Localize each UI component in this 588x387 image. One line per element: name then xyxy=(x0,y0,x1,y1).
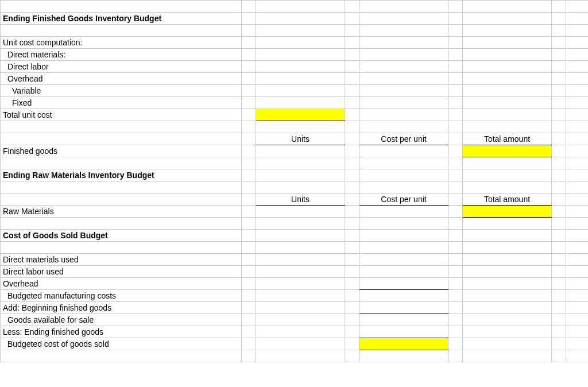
label-fixed: Fixed xyxy=(1,97,242,109)
row-variable: Variable xyxy=(1,85,589,97)
row-fg-headers: Units Cost per unit Total amount xyxy=(1,133,589,145)
label-ending-rm-budget: Ending Raw Materials Inventory Budget xyxy=(1,169,242,181)
header-cost-per-unit: Cost per unit xyxy=(359,133,448,145)
label-raw-materials: Raw Materials xyxy=(1,206,242,218)
label-budgeted-cogs: Budgeted cost of goods sold xyxy=(1,338,242,350)
row-blank xyxy=(1,181,589,194)
label-direct-labor: Direct labor xyxy=(1,61,242,73)
row-ending-fg-budget: Ending Finished Goods Inventory Budget xyxy=(1,13,589,25)
less-ending-fg-amount[interactable] xyxy=(359,326,448,338)
row-rm-headers: Units Cost per unit Total amount xyxy=(1,194,589,206)
overhead-amount[interactable] xyxy=(359,278,448,290)
goods-available[interactable] xyxy=(359,314,448,326)
budgeted-cogs-amount[interactable] xyxy=(359,338,448,350)
header-units-2: Units xyxy=(256,194,345,206)
fg-cost-per-unit[interactable] xyxy=(359,145,448,157)
row-top-partial xyxy=(1,1,589,13)
budgeted-mfg-costs[interactable] xyxy=(359,290,448,302)
row-cogs-budget: Cost of Goods Sold Budget xyxy=(1,230,589,242)
row-overhead: Overhead xyxy=(1,73,589,85)
row-total-unit-cost: Total unit cost xyxy=(1,109,589,121)
row-blank xyxy=(1,218,589,230)
label-direct-materials: Direct materials: xyxy=(1,49,242,61)
fg-total-amount[interactable] xyxy=(463,145,552,157)
rm-units[interactable] xyxy=(256,206,345,218)
spreadsheet[interactable]: Ending Finished Goods Inventory Budget U… xyxy=(0,0,588,362)
label-ending-fg-budget: Ending Finished Goods Inventory Budget xyxy=(1,13,242,25)
label-less-ending-fg: Less: Ending finished goods xyxy=(1,326,242,338)
value-total-unit-cost[interactable] xyxy=(256,109,345,121)
header-cost-per-unit-2: Cost per unit xyxy=(359,194,448,206)
header-units: Units xyxy=(256,133,345,145)
label-overhead: Overhead xyxy=(1,73,242,85)
row-budgeted-mfg-costs: Budgeted manufacturing costs xyxy=(1,290,589,302)
row-direct-materials-used: Direct materials used xyxy=(1,254,589,266)
label-finished-goods: Finished goods xyxy=(1,145,242,157)
label-budgeted-mfg-costs: Budgeted manufacturing costs xyxy=(1,290,242,302)
row-budgeted-cogs: Budgeted cost of goods sold xyxy=(1,338,589,350)
label-goods-available: Goods available for sale xyxy=(1,314,242,326)
row-less-ending-fg: Less: Ending finished goods xyxy=(1,326,589,338)
row-blank xyxy=(1,242,589,254)
row-ending-rm-budget: Ending Raw Materials Inventory Budget xyxy=(1,169,589,181)
beg-fg-amount[interactable] xyxy=(359,302,448,314)
header-total-amount: Total amount xyxy=(463,133,552,145)
label-direct-labor-used: Direct labor used xyxy=(1,266,242,278)
row-blank xyxy=(1,121,589,133)
row-blank xyxy=(1,157,589,169)
row-direct-materials: Direct materials: xyxy=(1,49,589,61)
row-direct-labor-used: Direct labor used xyxy=(1,266,589,278)
label-add-beg-fg: Add: Beginning finished goods xyxy=(1,302,242,314)
label-total-unit-cost: Total unit cost xyxy=(1,109,242,121)
row-overhead-cogs: Overhead xyxy=(1,278,589,290)
header-total-amount-2: Total amount xyxy=(463,194,552,206)
label-overhead-cogs: Overhead xyxy=(1,278,242,290)
row-finished-goods: Finished goods xyxy=(1,145,589,157)
rm-cost-per-unit[interactable] xyxy=(359,206,448,218)
row-add-beg-fg: Add: Beginning finished goods xyxy=(1,302,589,314)
row-bottom-partial xyxy=(1,350,589,362)
label-unit-cost-computation: Unit cost computation: xyxy=(1,37,242,49)
row-direct-labor: Direct labor xyxy=(1,61,589,73)
rm-total-amount[interactable] xyxy=(463,206,552,218)
label-direct-materials-used: Direct materials used xyxy=(1,254,242,266)
row-blank xyxy=(1,25,589,37)
label-variable: Variable xyxy=(1,85,242,97)
row-unit-cost-computation: Unit cost computation: xyxy=(1,37,589,49)
row-raw-materials: Raw Materials xyxy=(1,206,589,218)
row-goods-available: Goods available for sale xyxy=(1,314,589,326)
fg-units[interactable] xyxy=(256,145,345,157)
row-fixed: Fixed xyxy=(1,97,589,109)
label-cogs-budget: Cost of Goods Sold Budget xyxy=(1,230,242,242)
